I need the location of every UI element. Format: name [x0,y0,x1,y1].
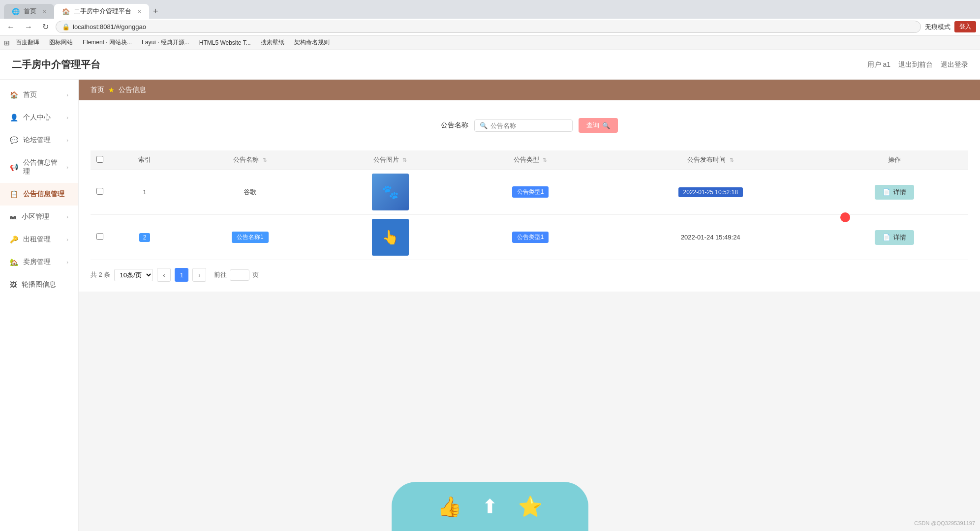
sidebar-item-sale[interactable]: 🏡 卖房管理 › [0,251,78,273]
refresh-button[interactable]: ↻ [39,21,52,32]
table-header-row: 索引 公告名称 ⇅ 公告图片 ⇅ 公告类型 [91,150,968,170]
lock-icon: 🔒 [62,23,70,30]
new-tab-button[interactable]: + [149,4,162,19]
row1-action: 📄 详情 [821,170,968,215]
breadcrumb-bar: 首页 ★ 公告信息 [79,80,980,100]
search-btn-label: 查询 [586,121,599,130]
data-table: 索引 公告名称 ⇅ 公告图片 ⇅ 公告类型 [91,150,968,260]
user-mode-label: 无痕模式 [925,23,950,31]
header-logout-btn[interactable]: 退出登录 [941,60,968,69]
row1-detail-button[interactable]: 📄 详情 [875,185,914,200]
forward-button[interactable]: → [22,22,35,32]
sidebar: 🏠 首页 › 👤 个人中心 › 💬 论坛管理 › 📢 公告信息管理 › 📋 [0,80,79,531]
bookmark-element[interactable]: Element · 网站块... [79,37,136,48]
sidebar-item-rental[interactable]: 🔑 出租管理 › [0,228,78,251]
bookmark-grid-icon: ⊞ [4,39,10,47]
tab1-favicon: 🌐 [12,8,20,15]
row1-name-value: 谷歌 [244,188,256,196]
home-arrow: › [66,92,68,98]
col-type: 公告类型 ⇅ [460,150,600,170]
header-back-btn[interactable]: 退出到前台 [898,60,933,69]
community-arrow: › [66,214,68,220]
forum-arrow: › [66,137,68,143]
banner-thumbup-icon: 👍 [437,495,462,518]
row1-image: 🐾 [320,170,460,215]
breadcrumb-star-icon: ★ [108,86,115,94]
row2-detail-button[interactable]: 📄 详情 [875,230,914,245]
bookmark-wallpaper[interactable]: 搜索壁纸 [257,37,288,48]
search-input-wrap: 🔍 [474,119,573,132]
sidebar-item-notice-info[interactable]: 📋 公告信息管理 [0,183,78,206]
row1-detail-label: 详情 [893,188,906,197]
page-size-select[interactable]: 10条/页 20条/页 50条/页 [114,269,153,281]
search-btn-icon: 🔍 [602,122,610,129]
address-box[interactable]: 🔒 localhost:8081/#/gonggao [56,21,921,33]
page-total: 共 2 条 [91,270,110,279]
bookmark-icon-site[interactable]: 图标网站 [45,37,77,48]
tab-1[interactable]: 🌐 首页 ✕ [4,4,54,19]
sidebar-label-notice-info: 公告信息管理 [23,190,64,199]
sidebar-item-forum[interactable]: 💬 论坛管理 › [0,129,78,151]
search-input-icon: 🔍 [480,122,488,129]
search-button[interactable]: 查询 🔍 [579,118,618,133]
table-header: 索引 公告名称 ⇅ 公告图片 ⇅ 公告类型 [91,150,968,170]
browser-tabs: 🌐 首页 ✕ 🏠 二手房中介管理平台 ✕ + [0,0,980,19]
app-title: 二手房中介管理平台 [12,58,100,71]
goto-label: 前往 [214,270,227,279]
row1-checkbox[interactable] [96,188,103,195]
sidebar-label-home: 首页 [23,90,37,99]
page-1-button[interactable]: 1 [175,268,188,282]
row1-index: 1 [109,170,180,215]
row1-detail-icon: 📄 [883,188,890,196]
tab1-close[interactable]: ✕ [42,9,46,14]
breadcrumb-home[interactable]: 首页 [91,86,104,94]
sidebar-item-personal[interactable]: 👤 个人中心 › [0,106,78,129]
sale-icon: 🏡 [10,258,18,266]
row2-checkbox-cell [91,215,109,260]
next-page-button[interactable]: › [192,268,206,282]
tab2-favicon: 🏠 [62,8,70,15]
table-body: 1 谷歌 🐾 公告类型1 [91,170,968,260]
row1-checkbox-cell [91,170,109,215]
row2-type-badge: 公告类型1 [512,232,549,243]
sidebar-label-notice-mgmt: 公告信息管理 [23,158,61,176]
col-name-sort[interactable]: ⇅ [263,157,267,163]
search-bar: 公告名称 🔍 查询 🔍 [91,110,968,141]
sidebar-item-carousel[interactable]: 🖼 轮播图信息 [0,273,78,296]
goto-input[interactable]: 1 [230,269,249,281]
row1-date: 2022-01-25 10:52:18 [600,170,821,215]
col-date: 公告发布时间 ⇅ [600,150,821,170]
banner-up-icon: ⬆ [482,495,498,518]
bookmark-baidu[interactable]: 百度翻译 [12,37,43,48]
col-date-sort[interactable]: ⇅ [730,157,734,163]
banner-star-icon: ⭐ [518,495,543,518]
sidebar-item-home[interactable]: 🏠 首页 › [0,84,78,106]
login-button[interactable]: 登入 [954,21,976,32]
app-header: 二手房中介管理平台 用户 a1 退出到前台 退出登录 [0,50,980,80]
browser-actions: 无痕模式 登入 [925,21,976,32]
sidebar-item-community[interactable]: 🏘 小区管理 › [0,206,78,228]
tab2-close[interactable]: ✕ [137,9,141,14]
carousel-icon: 🖼 [10,281,17,289]
row2-checkbox[interactable] [96,233,103,240]
col-type-sort[interactable]: ⇅ [543,157,547,163]
bookmark-layui[interactable]: Layui · 经典开源... [138,37,193,48]
bookmark-naming[interactable]: 架构命名规则 [290,37,334,48]
select-all-checkbox[interactable] [96,156,103,163]
page-goto: 前往 1 页 [214,269,259,281]
row2-date-value: 2022-01-24 15:49:24 [681,234,740,241]
search-input[interactable] [490,122,567,129]
col-image-sort[interactable]: ⇅ [402,157,407,163]
bookmarks-bar: ⊞ 百度翻译 图标网站 Element · 网站块... Layui · 经典开… [0,35,980,50]
bottom-banner: 👍 ⬆ ⭐ [392,482,588,531]
tab-2[interactable]: 🏠 二手房中介管理平台 ✕ [54,4,149,19]
sidebar-item-notice-mgmt[interactable]: 📢 公告信息管理 › [0,151,78,183]
col-image: 公告图片 ⇅ [320,150,460,170]
back-button[interactable]: ← [4,22,18,32]
notice-info-icon: 📋 [10,190,18,198]
address-text: localhost:8081/#/gonggao [73,23,915,30]
notice-mgmt-arrow: › [66,164,68,170]
prev-page-button[interactable]: ‹ [157,268,171,282]
bookmark-html5[interactable]: HTML5 Website T... [195,38,255,47]
pagination: 共 2 条 10条/页 20条/页 50条/页 ‹ 1 › 前往 1 页 [91,268,968,282]
